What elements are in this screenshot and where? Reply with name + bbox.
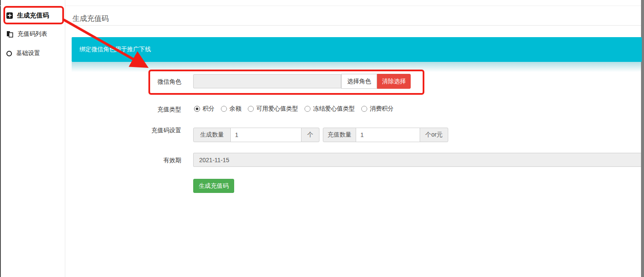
- sidebar-item-code-list[interactable]: 充值码列表: [6, 28, 47, 41]
- info-banner-text: 绑定微信角色用于推广下线: [79, 46, 151, 53]
- recharge-type-options: 积分 余额 可用爱心值类型 冻结爱心值类型 消费积分: [194, 105, 394, 113]
- wechat-role-label: 微信角色: [124, 78, 181, 86]
- generate-quantity-group: 生成数量 个: [193, 128, 319, 142]
- banner-shadow: [72, 62, 642, 72]
- radio-unselected-icon: [221, 106, 227, 112]
- sidebar-item-label: 生成充值码: [17, 12, 49, 20]
- page: 生成充值码 充值码列表 基础设置 生成充值码 绑定微信角色用于推广下线 微信角色…: [0, 0, 644, 277]
- radio-consume-points[interactable]: 消费积分: [361, 105, 394, 113]
- recharge-amount-prefix: 充值数量: [323, 128, 356, 142]
- radio-balance[interactable]: 余额: [221, 105, 241, 113]
- code-settings-label: 充值码设置: [124, 127, 181, 134]
- info-banner: 绑定微信角色用于推广下线: [72, 37, 642, 62]
- radio-label: 积分: [203, 105, 215, 113]
- radio-unselected-icon: [361, 106, 367, 112]
- recharge-type-label: 充值类型: [124, 106, 181, 114]
- title-divider: [72, 25, 641, 26]
- sidebar-item-label: 基础设置: [16, 50, 40, 57]
- sidebar-item-label: 充值码列表: [17, 30, 47, 38]
- radio-unselected-icon: [305, 106, 310, 112]
- radio-frozen-love-value[interactable]: 冻结爱心值类型: [305, 105, 355, 113]
- validity-date-input[interactable]: [193, 153, 642, 167]
- radio-label: 冻结爱心值类型: [313, 105, 355, 113]
- radio-available-love-value[interactable]: 可用爱心值类型: [248, 105, 298, 113]
- sidebar-item-basic-settings[interactable]: 基础设置: [6, 47, 40, 60]
- copy-icon: [6, 31, 13, 38]
- recharge-amount-input[interactable]: [356, 128, 420, 142]
- sidebar: 生成充值码 充值码列表 基础设置: [1, 0, 65, 277]
- generate-code-button[interactable]: 生成充值码: [193, 179, 234, 193]
- circle-icon: [6, 51, 12, 56]
- clear-selection-button[interactable]: 清除选择: [377, 74, 411, 89]
- radio-label: 可用爱心值类型: [256, 105, 298, 113]
- page-title: 生成充值码: [73, 14, 109, 23]
- sidebar-item-generate-code[interactable]: 生成充值码: [6, 9, 49, 22]
- radio-label: 余额: [229, 105, 241, 113]
- recharge-amount-group: 充值数量 个or元: [323, 128, 448, 142]
- generate-quantity-input[interactable]: [230, 128, 302, 142]
- radio-points[interactable]: 积分: [194, 105, 215, 113]
- recharge-amount-suffix: 个or元: [420, 128, 448, 142]
- validity-label: 有效期: [124, 157, 181, 164]
- wechat-role-input[interactable]: [193, 74, 341, 88]
- generate-quantity-prefix: 生成数量: [193, 128, 231, 142]
- plus-square-icon: [6, 12, 13, 19]
- radio-selected-icon: [194, 106, 200, 112]
- select-role-button[interactable]: 选择角色: [341, 74, 377, 89]
- generate-quantity-suffix: 个: [301, 128, 319, 142]
- radio-unselected-icon: [248, 106, 254, 112]
- top-divider: [0, 6, 644, 6]
- radio-label: 消费积分: [370, 105, 394, 113]
